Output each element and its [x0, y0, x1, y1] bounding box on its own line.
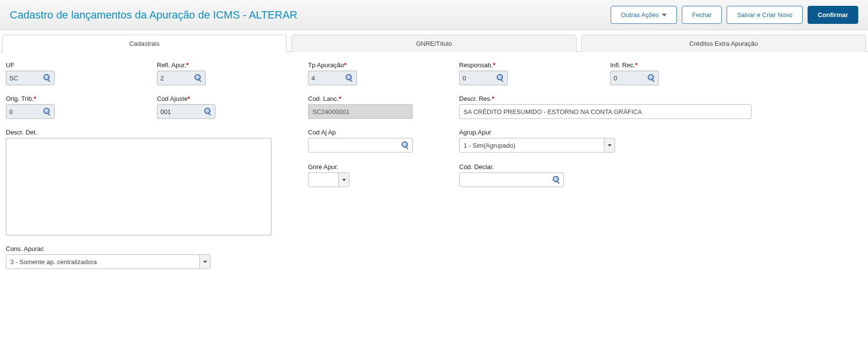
tab-bar: Cadastrais GNRE/Título Créditos Extra Ap… — [2, 34, 866, 52]
field-descr-res: Descr. Res.* — [459, 95, 761, 119]
tab-creditos-extra[interactable]: Créditos Extra Apuração — [581, 35, 866, 52]
field-infl-rec: Infl. Rec.* — [610, 61, 761, 85]
field-orig-trib: Orig. Trib.* — [6, 95, 157, 119]
agrup-apur-value: 1 - Sim(Agrupado) — [460, 142, 604, 149]
search-icon — [43, 74, 51, 82]
dropdown-arrow-icon — [338, 173, 349, 187]
uf-input[interactable] — [9, 75, 43, 82]
dropdown-arrow-icon — [604, 138, 615, 152]
tp-apur-lookup[interactable] — [308, 71, 357, 85]
label-uf: UF — [6, 61, 157, 69]
cod-declar-lookup[interactable] — [459, 172, 564, 187]
dropdown-arrow-icon — [199, 255, 210, 268]
search-icon — [43, 108, 51, 115]
field-agrup-apur: Agrup.Apur 1 - Sim(Agrupado) — [459, 129, 625, 153]
field-descr-det: Descr. Det. — [6, 129, 308, 235]
form-row-4: Cons. Apurac 3 - Somente ap. centralizad… — [6, 242, 862, 276]
label-orig-trib: Orig. Trib.* — [6, 95, 157, 102]
cod-ajuste-lookup[interactable] — [157, 104, 215, 119]
uf-lookup[interactable] — [6, 71, 55, 85]
search-icon — [553, 176, 560, 184]
label-cod-lanc: Cod. Lanc.* — [308, 95, 459, 102]
field-refl-apur: Refl. Apur.* — [157, 61, 308, 85]
label-cod-declar: Cód. Declar. — [459, 163, 625, 171]
confirm-button[interactable]: Confirmar — [808, 6, 858, 24]
field-gnre-apur: Gnre Apur. — [308, 163, 459, 187]
field-responsab: Responsab.* — [459, 61, 610, 85]
label-responsab: Responsab.* — [459, 61, 610, 69]
form-row-1: UF Refl. Apur.* Tp Apuração* Responsab.* — [6, 58, 862, 92]
search-icon — [402, 141, 409, 149]
other-actions-label: Outras Ações — [621, 11, 659, 19]
form-row-3: Descr. Det. Cod Aj Ap Gnre Apur. — [6, 126, 862, 242]
cod-aj-ap-lookup[interactable] — [308, 138, 413, 153]
field-cod-lanc: Cod. Lanc.* — [308, 95, 459, 119]
search-icon — [194, 74, 202, 82]
label-descr-res: Descr. Res.* — [459, 95, 761, 102]
descr-det-textarea[interactable] — [6, 138, 271, 235]
search-icon — [648, 74, 656, 82]
cons-apurac-select[interactable]: 3 - Somente ap. centralizadora — [6, 254, 211, 269]
chevron-down-icon — [662, 14, 667, 17]
save-new-button[interactable]: Salvar e Criar Novo — [727, 6, 802, 24]
cod-aj-ap-input[interactable] — [311, 142, 402, 149]
field-uf: UF — [6, 61, 157, 85]
header-bar: Cadastro de lançamentos da Apuração de I… — [0, 0, 868, 30]
label-cod-ajuste: Cod Ajuste* — [157, 95, 308, 102]
responsab-lookup[interactable] — [459, 71, 508, 85]
label-cod-aj-ap: Cod Aj Ap — [308, 129, 459, 136]
field-cod-ajuste: Cod Ajuste* — [157, 95, 308, 119]
other-actions-button[interactable]: Outras Ações — [611, 6, 677, 24]
cod-lanc-input — [308, 104, 413, 119]
tab-cadastrais[interactable]: Cadastrais — [2, 35, 287, 52]
cod-declar-input[interactable] — [463, 176, 553, 184]
label-infl-rec: Infl. Rec.* — [610, 61, 761, 69]
gnre-apur-select[interactable] — [308, 172, 349, 187]
field-cod-declar: Cód. Declar. — [459, 163, 625, 187]
infl-rec-input[interactable] — [614, 75, 648, 82]
form-row-2: Orig. Trib.* Cod Ajuste* Cod. Lanc.* Des… — [6, 92, 862, 126]
cod-ajuste-input[interactable] — [160, 108, 204, 115]
page-title: Cadastro de lançamentos da Apuração de I… — [10, 9, 297, 21]
field-cons-apurac: Cons. Apurac 3 - Somente ap. centralizad… — [6, 245, 211, 269]
search-icon — [204, 108, 212, 115]
field-tp-apur: Tp Apuração* — [308, 61, 459, 85]
header-actions: Outras Ações Fechar Salvar e Criar Novo … — [611, 6, 858, 24]
agrup-apur-select[interactable]: 1 - Sim(Agrupado) — [459, 138, 615, 153]
label-tp-apur: Tp Apuração* — [308, 61, 459, 69]
tab-gnre-titulo[interactable]: GNRE/Título — [291, 35, 576, 52]
label-refl-apur: Refl. Apur.* — [157, 61, 308, 69]
form-area: UF Refl. Apur.* Tp Apuração* Responsab.* — [0, 51, 868, 286]
tp-apur-input[interactable] — [311, 75, 346, 82]
label-descr-det: Descr. Det. — [6, 129, 308, 136]
field-cod-aj-ap: Cod Aj Ap — [308, 129, 459, 153]
refl-apur-input[interactable] — [160, 75, 194, 82]
refl-apur-lookup[interactable] — [157, 71, 206, 85]
cons-apurac-value: 3 - Somente ap. centralizadora — [6, 258, 199, 266]
responsab-input[interactable] — [463, 75, 497, 82]
label-cons-apurac: Cons. Apurac — [6, 245, 211, 252]
infl-rec-lookup[interactable] — [610, 71, 659, 85]
orig-trib-input[interactable] — [9, 108, 43, 115]
descr-res-input[interactable] — [459, 104, 752, 119]
close-button[interactable]: Fechar — [682, 6, 722, 24]
orig-trib-lookup[interactable] — [6, 104, 55, 119]
label-gnre-apur: Gnre Apur. — [308, 163, 459, 171]
label-agrup-apur: Agrup.Apur — [459, 129, 625, 136]
search-icon — [497, 74, 504, 82]
search-icon — [346, 74, 353, 82]
